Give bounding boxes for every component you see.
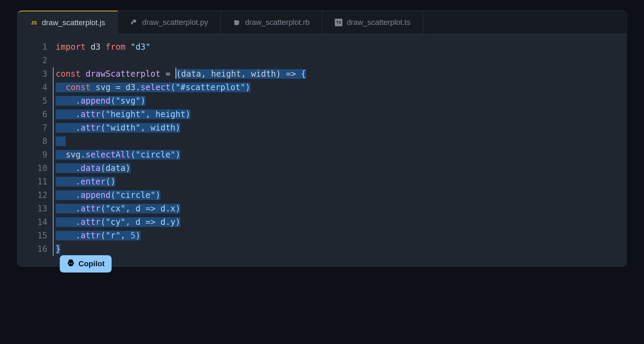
line-number: 16 xyxy=(18,242,56,256)
tabs-filler xyxy=(423,11,626,34)
code-line: 13 .attr("cx", d => d.x) xyxy=(18,202,626,216)
code-content: } xyxy=(56,242,60,256)
code-line: 8 xyxy=(18,135,626,148)
tab-ts[interactable]: TS draw_scatterplot.ts xyxy=(322,11,423,34)
line-number: 13 xyxy=(18,202,56,216)
tab-py[interactable]: draw_scatterplot.py xyxy=(118,11,221,34)
code-content: .attr("width", width) xyxy=(56,121,180,135)
code-line: 2 xyxy=(18,54,626,67)
ts-icon: TS xyxy=(335,19,342,26)
line-number: 11 xyxy=(18,175,56,189)
code-line: 9 svg.selectAll("circle") xyxy=(18,148,626,162)
code-line: 6 .attr("height", height) xyxy=(18,108,626,121)
code-content: .data(data) xyxy=(56,162,131,175)
code-content: .enter() xyxy=(56,175,115,189)
code-content: .attr("cy", d => d.y) xyxy=(56,216,180,229)
code-line: 4 const svg = d3.select("#scatterplot") xyxy=(18,81,626,94)
line-number: 2 xyxy=(18,54,56,67)
line-number: 5 xyxy=(18,94,56,108)
code-line: 11 .enter() xyxy=(18,175,626,189)
line-number: 8 xyxy=(18,135,56,148)
copilot-icon xyxy=(67,259,75,269)
code-line: 1 import d3 from "d3" xyxy=(18,40,626,54)
copilot-button[interactable]: Copilot xyxy=(60,255,112,273)
line-number: 10 xyxy=(18,162,56,175)
line-number: 7 xyxy=(18,121,56,135)
code-content: .attr("r", 5) xyxy=(56,229,141,242)
ruby-icon xyxy=(233,19,241,26)
code-line: 14 .attr("cy", d => d.y) xyxy=(18,216,626,229)
code-line: 15 .attr("r", 5) xyxy=(18,229,626,242)
line-number: 12 xyxy=(18,189,56,202)
line-number: 1 xyxy=(18,40,56,54)
code-area[interactable]: 1 import d3 from "d3" 2 3 const drawScat… xyxy=(18,34,626,266)
python-icon xyxy=(130,19,138,26)
line-number: 6 xyxy=(18,108,56,121)
code-content: svg.selectAll("circle") xyxy=(56,148,180,162)
line-number: 9 xyxy=(18,148,56,162)
code-line: 5 .append("svg") xyxy=(18,94,626,108)
copilot-label: Copilot xyxy=(78,259,105,268)
tab-bar: JS draw_scatterplot.js draw_scatterplot.… xyxy=(18,11,626,34)
code-content: const svg = d3.select("#scatterplot") xyxy=(56,81,250,94)
code-line: 10 .data(data) xyxy=(18,162,626,175)
tab-label: draw_scatterplot.py xyxy=(142,18,208,27)
code-content: .append("circle") xyxy=(56,189,160,202)
code-content: .append("svg") xyxy=(56,94,145,108)
code-content: .attr("cx", d => d.x) xyxy=(56,202,180,216)
line-number: 4 xyxy=(18,81,56,94)
code-content: import d3 from "d3" xyxy=(56,40,151,54)
code-line: 7 .attr("width", width) xyxy=(18,121,626,135)
code-content: const drawScatterplot = (data, height, w… xyxy=(56,67,306,81)
code-line: 3 const drawScatterplot = (data, height,… xyxy=(18,67,626,81)
js-icon: JS xyxy=(30,19,38,27)
code-content xyxy=(56,135,66,148)
tab-rb[interactable]: draw_scatterplot.rb xyxy=(221,11,322,34)
line-number: 14 xyxy=(18,216,56,229)
tab-label: draw_scatterplot.rb xyxy=(245,18,310,27)
line-number: 3 xyxy=(18,67,56,81)
code-content: .attr("height", height) xyxy=(56,108,190,121)
tab-label: draw_scatterplot.ts xyxy=(347,18,410,27)
tab-label: draw_scatterplot.js xyxy=(42,18,105,27)
editor-window: JS draw_scatterplot.js draw_scatterplot.… xyxy=(17,10,627,267)
line-number: 15 xyxy=(18,229,56,242)
code-line: 16 } xyxy=(18,242,626,256)
code-line: 12 .append("circle") xyxy=(18,189,626,202)
tab-js[interactable]: JS draw_scatterplot.js xyxy=(18,11,118,34)
